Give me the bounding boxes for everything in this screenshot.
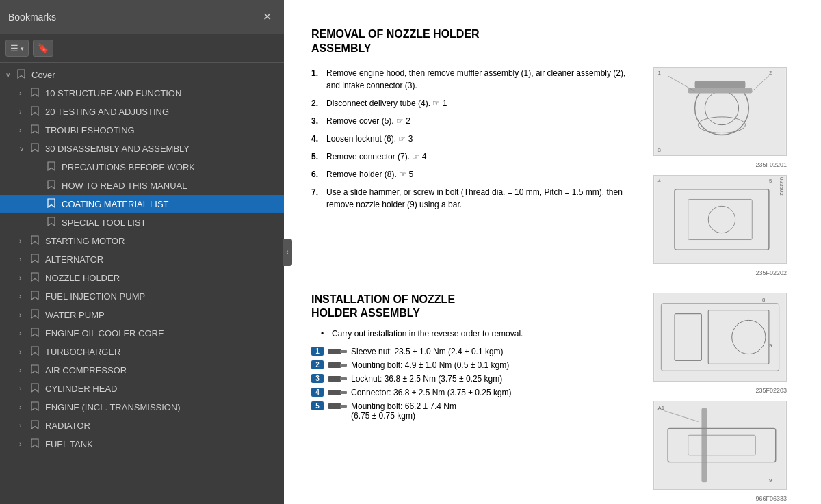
svg-text:2: 2: [769, 69, 772, 75]
bookmark-item-structure[interactable]: ›10 STRUCTURE AND FUNCTION: [0, 84, 284, 103]
image-1-caption: 235F02201: [653, 161, 787, 168]
installation-section: INSTALLATION OF NOZZLEHOLDER ASSEMBLY • …: [311, 293, 787, 504]
bookmark-item-engine-trans[interactable]: ›ENGINE (INCL. TRANSMISSION): [0, 398, 284, 416]
bookmark-label: COATING MATERIAL LIST: [62, 199, 169, 209]
torque-badge-1: 1: [311, 347, 324, 356]
bookmark-item-fuel-tank[interactable]: ›FUEL TANK: [0, 435, 284, 453]
bookmark-icon: [47, 217, 58, 228]
svg-text:5: 5: [769, 177, 772, 183]
bookmark-label: SPECIAL TOOL LIST: [62, 217, 146, 228]
image-2: 4 5 023502: [653, 175, 787, 264]
step-5: 5. Remove connector (7). ☞ 4: [311, 150, 640, 163]
step-text-7: Use a slide hammer, or screw in bolt (Th…: [326, 186, 640, 211]
install-bullet-text: Carry out installation in the reverse or…: [332, 328, 523, 340]
torque-badge-4: 4: [311, 388, 324, 397]
toolbar-row: ☰ ▾ 🔖: [0, 34, 284, 63]
torque-icon-row-5: [328, 401, 347, 411]
bookmark-item-cylinder-head[interactable]: ›CYLINDER HEAD: [0, 380, 284, 398]
bookmark-item-air-compressor[interactable]: ›AIR COMPRESSOR: [0, 361, 284, 380]
bullet-icon: •: [321, 328, 328, 340]
bookmark-icon: [31, 346, 42, 358]
document-panel: REMOVAL OF NOZZLE HOLDERASSEMBLY 1. Remo…: [284, 0, 821, 504]
bookmark-arrow-icon: ›: [19, 385, 29, 393]
step-num-1: 1.: [311, 67, 322, 92]
image-4-container: A1 9 966F06333: [653, 401, 787, 504]
collapse-handle[interactable]: ‹: [283, 239, 292, 266]
bookmark-label: HOW TO READ THIS MANUAL: [62, 181, 187, 191]
step-num-5: 5.: [311, 150, 322, 163]
bookmark-icon: [47, 198, 58, 210]
step-num-6: 6.: [311, 168, 322, 181]
bookmark-icon: [47, 161, 58, 173]
step-1: 1. Remove engine hood, then remove muffl…: [311, 67, 640, 92]
bookmark-label: Cover: [31, 70, 55, 80]
svg-rect-34: [655, 401, 786, 489]
svg-text:3: 3: [657, 147, 661, 153]
bookmark-icon: [31, 88, 42, 99]
bookmark-arrow-icon: ›: [19, 348, 29, 356]
bookmark-item-special-tool[interactable]: SPECIAL TOOL LIST: [0, 213, 284, 232]
bookmark-item-radiator[interactable]: ›RADIATOR: [0, 416, 284, 435]
step-2: 2. Disconnect delivery tube (4). ☞ 1: [311, 97, 640, 109]
svg-rect-25: [328, 403, 341, 409]
image-1: 1 2 3: [653, 67, 787, 156]
bookmark-icon: [31, 401, 42, 413]
bookmark-icon: [31, 106, 42, 118]
torque-text-4: Connector: 36.8 ± 2.5 Nm (3.75 ± 0.25 kg…: [351, 388, 512, 397]
bookmark-item-troubleshooting[interactable]: ›TROUBLESHOOTING: [0, 121, 284, 140]
bookmark-item-nozzle-holder[interactable]: ›NOZZLE HOLDER: [0, 269, 284, 287]
bookmark-item-water-pump[interactable]: ›WATER PUMP: [0, 306, 284, 324]
bookmark-item-coating[interactable]: COATING MATERIAL LIST: [0, 195, 284, 213]
step-4: 4. Loosen locknut (6). ☞ 3: [311, 133, 640, 145]
step-text-2: Disconnect delivery tube (4). ☞ 1: [326, 97, 640, 109]
bookmark-item-turbocharger[interactable]: ›TURBOCHARGER: [0, 343, 284, 361]
bookmark-item-starting-motor[interactable]: ›STARTING MOTOR: [0, 232, 284, 250]
torque-list: 1 Sleeve nut: 23.5 ± 1.0 Nm (2.4 ± 0.1 k…: [311, 347, 640, 421]
bookmark-arrow-icon: ›: [19, 367, 29, 374]
svg-text:9: 9: [769, 342, 772, 348]
bookmark-item-disassembly[interactable]: ∨30 DISASSEMBLY AND ASSEMBLY: [0, 140, 284, 158]
bookmark-arrow-icon: ›: [19, 127, 29, 134]
step-6: 6. Remove holder (8). ☞ 5: [311, 168, 640, 181]
torque-text-2: Mounting bolt: 4.9 ± 1.0 Nm (0.5 ± 0.1 k…: [351, 360, 509, 370]
bookmark-item-fuel-injection[interactable]: ›FUEL INJECTION PUMP: [0, 287, 284, 306]
bookmark-item-precautions[interactable]: PRECAUTIONS BEFORE WORK: [0, 158, 284, 176]
torque-text-1: Sleeve nut: 23.5 ± 1.0 Nm (2.4 ± 0.1 kgm…: [351, 347, 504, 356]
image-3: 8 9: [653, 293, 787, 382]
image-2-container: 4 5 023502 235F02202: [653, 175, 787, 279]
bookmark-arrow-icon: ›: [19, 90, 29, 97]
bookmark-item-testing[interactable]: ›20 TESTING AND ADJUSTING: [0, 103, 284, 121]
toolbar-bookmark-button[interactable]: 🔖: [33, 40, 53, 57]
bookmark-item-alternator[interactable]: ›ALTERNATOR: [0, 250, 284, 269]
step-num-3: 3.: [311, 115, 322, 127]
bookmark-item-engine-oil[interactable]: ›ENGINE OIL COOLER CORE: [0, 324, 284, 343]
bookmark-tree[interactable]: ∨Cover›10 STRUCTURE AND FUNCTION›20 TEST…: [0, 63, 284, 504]
bookmark-icon: [31, 254, 42, 265]
bookmark-label: 20 TESTING AND ADJUSTING: [45, 107, 169, 117]
side-label: 023502: [779, 177, 785, 263]
svg-rect-21: [328, 376, 341, 382]
steps-column: 1. Remove engine hood, then remove muffl…: [311, 67, 640, 279]
bookmark-arrow-icon: ›: [19, 330, 29, 337]
close-button[interactable]: ✕: [259, 8, 276, 26]
svg-rect-18: [340, 350, 347, 353]
bookmark-item-how-to-read[interactable]: HOW TO READ THIS MANUAL: [0, 176, 284, 195]
bookmarks-title: Bookmarks: [8, 12, 56, 23]
svg-rect-20: [340, 364, 347, 367]
bookmark-item-cover[interactable]: ∨Cover: [0, 66, 284, 84]
chevron-left-icon: ‹: [286, 248, 288, 256]
bookmark-arrow-icon: ∨: [5, 71, 15, 79]
bookmark-label: STARTING MOTOR: [45, 236, 125, 246]
torque-2: 2 Mounting bolt: 4.9 ± 1.0 Nm (0.5 ± 0.1…: [311, 360, 640, 370]
torque-icon-row-2: [328, 360, 347, 370]
bookmark-icon: [31, 143, 42, 155]
step-text-3: Remove cover (5). ☞ 2: [326, 115, 640, 127]
image-3-caption: 235F02203: [653, 387, 787, 394]
torque-5: 5 Mounting bolt: 66.2 ± 7.4 Nm(6.75 ± 0.…: [311, 401, 640, 421]
bookmark-label: AIR COMPRESSOR: [45, 365, 127, 375]
bookmark-arrow-icon: ›: [19, 256, 29, 263]
toolbar-expand-button[interactable]: ☰ ▾: [5, 40, 29, 57]
torque-badge-5: 5: [311, 401, 324, 410]
bookmark-arrow-icon: ›: [19, 422, 29, 429]
bookmark-icon: [31, 309, 42, 321]
